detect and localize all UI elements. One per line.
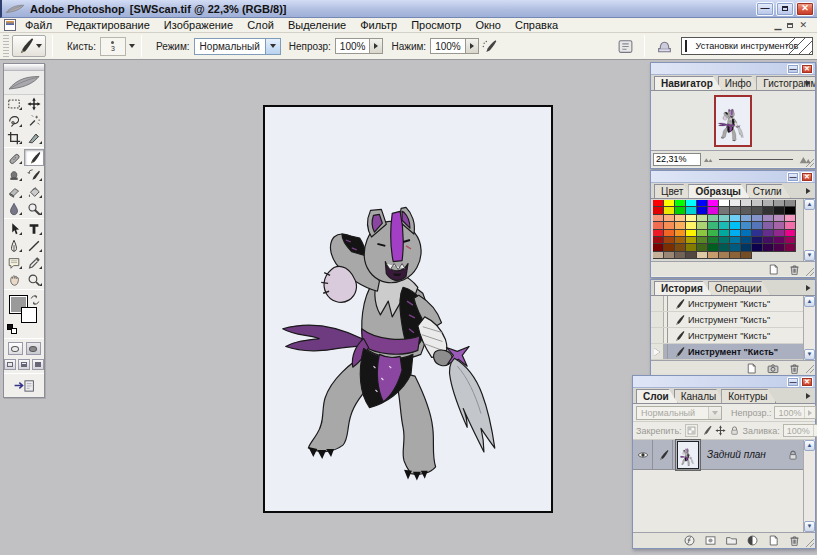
menu-item-1[interactable]: Файл (18, 19, 59, 31)
brushes-palette-button[interactable] (653, 36, 675, 56)
navigator-titlebar[interactable]: — ✕ (651, 63, 815, 75)
color-swatch[interactable] (708, 230, 719, 237)
tab-actions[interactable]: Операции (708, 281, 771, 295)
menu-item-2[interactable]: Редактирование (59, 19, 157, 31)
color-swatch[interactable] (763, 237, 774, 244)
magic-wand-tool[interactable] (24, 112, 44, 129)
color-swatch[interactable] (664, 207, 675, 214)
palette-minimize-button[interactable]: — (787, 172, 799, 182)
palette-menu-icon[interactable] (804, 187, 812, 195)
tab-swatches[interactable]: Образцы (688, 184, 749, 198)
menu-item-4[interactable]: Слой (240, 19, 281, 31)
palette-close-button[interactable]: ✕ (801, 172, 813, 182)
toolbox-grip[interactable] (4, 64, 44, 71)
line-tool[interactable] (24, 237, 44, 254)
eraser-tool[interactable] (4, 183, 24, 200)
color-swatch[interactable] (741, 222, 752, 229)
jump-to-imageready-button[interactable] (4, 375, 44, 397)
trash-icon[interactable] (788, 362, 801, 375)
move-tool[interactable] (24, 95, 44, 112)
fullscreen-button[interactable] (32, 359, 44, 370)
palette-menu-icon[interactable] (804, 284, 812, 292)
color-swatch[interactable] (697, 215, 708, 222)
color-swatch[interactable] (730, 244, 741, 251)
healing-brush-tool[interactable] (4, 149, 24, 166)
doc-restore-button[interactable] (787, 20, 793, 30)
color-swatch[interactable] (719, 237, 730, 244)
color-swatch[interactable] (653, 237, 664, 244)
new-document-from-state-button[interactable] (745, 362, 758, 375)
lock-transparency-button[interactable] (685, 424, 698, 437)
brush-preset-preview[interactable]: 3 (100, 37, 126, 56)
color-swatch[interactable] (708, 215, 719, 222)
toolbox-logo[interactable] (4, 71, 44, 95)
quick-mask-mode-button[interactable] (26, 342, 41, 355)
color-swatch[interactable] (653, 244, 664, 251)
color-swatch[interactable] (664, 230, 675, 237)
scroll-down-icon[interactable]: ▼ (804, 349, 815, 360)
color-swatch[interactable] (653, 252, 664, 259)
color-swatch[interactable] (719, 215, 730, 222)
tab-channels[interactable]: Каналы (674, 389, 726, 403)
color-swatch[interactable] (752, 237, 763, 244)
history-item[interactable]: Инструмент "Кисть" (651, 344, 815, 360)
color-swatch[interactable] (752, 244, 763, 251)
color-swatch[interactable] (686, 244, 697, 251)
zoom-out-icon[interactable] (701, 153, 715, 166)
color-swatch[interactable] (664, 200, 675, 207)
tab-styles[interactable]: Стили (746, 184, 791, 198)
color-swatch[interactable] (653, 230, 664, 237)
flow-slider-button[interactable] (465, 39, 478, 53)
menu-item-6[interactable]: Фильтр (353, 19, 404, 31)
navigator-zoom-slider[interactable] (719, 153, 793, 166)
color-swatch[interactable] (785, 215, 796, 222)
tool-presets-well[interactable]: Установки инструментов (681, 37, 813, 55)
color-swatch[interactable] (774, 207, 785, 214)
new-group-button[interactable] (725, 534, 738, 547)
color-swatch[interactable] (697, 230, 708, 237)
clone-stamp-tool[interactable] (4, 166, 24, 183)
color-swatch[interactable] (730, 237, 741, 244)
color-swatch[interactable] (752, 230, 763, 237)
color-swatch[interactable] (763, 222, 774, 229)
color-swatch[interactable] (697, 222, 708, 229)
fullscreen-menubar-button[interactable] (18, 359, 30, 370)
rect-marquee-tool[interactable] (4, 95, 24, 112)
layers-scrollbar[interactable]: ▲ ▼ (803, 440, 815, 532)
airbrush-toggle-button[interactable] (479, 36, 501, 56)
flow-field[interactable]: 100% (430, 38, 479, 54)
history-scrollbar[interactable]: ▲ ▼ (803, 296, 815, 360)
layer-opacity-field[interactable]: 100% (774, 406, 816, 419)
document-icon[interactable] (4, 19, 16, 31)
pen-tool[interactable] (4, 237, 24, 254)
brush-tool[interactable] (24, 149, 44, 166)
color-swatch[interactable] (785, 222, 796, 229)
color-swatch[interactable] (774, 244, 785, 251)
tab-layers[interactable]: Слои (636, 389, 678, 403)
color-swatch[interactable] (653, 200, 664, 207)
history-brush-tool[interactable] (24, 166, 44, 183)
color-swatch[interactable] (675, 237, 686, 244)
current-tool-chip[interactable] (12, 35, 46, 57)
history-item[interactable]: Инструмент "Кисть" (651, 296, 815, 312)
swap-colors-icon[interactable] (29, 294, 41, 306)
color-swatch[interactable] (708, 252, 719, 259)
color-swatch[interactable] (730, 215, 741, 222)
brush-preset-arrow-icon[interactable] (129, 44, 135, 48)
history-source-well[interactable] (651, 328, 664, 343)
doc-close-button[interactable]: ✕ (799, 20, 807, 30)
color-swatch[interactable] (763, 230, 774, 237)
swatches-scrollbar[interactable]: ▲ ▼ (803, 199, 815, 261)
history-source-well[interactable] (651, 296, 664, 311)
color-swatch[interactable] (697, 237, 708, 244)
color-swatch[interactable] (752, 215, 763, 222)
color-swatch[interactable] (708, 244, 719, 251)
color-swatch[interactable] (708, 222, 719, 229)
color-swatch[interactable] (741, 200, 752, 207)
path-select-tool[interactable] (4, 220, 24, 237)
color-swatch[interactable] (785, 200, 796, 207)
history-source-well[interactable] (651, 312, 664, 327)
color-swatch[interactable] (730, 252, 741, 259)
palette-minimize-button[interactable]: — (787, 64, 799, 74)
type-tool[interactable] (24, 220, 44, 237)
